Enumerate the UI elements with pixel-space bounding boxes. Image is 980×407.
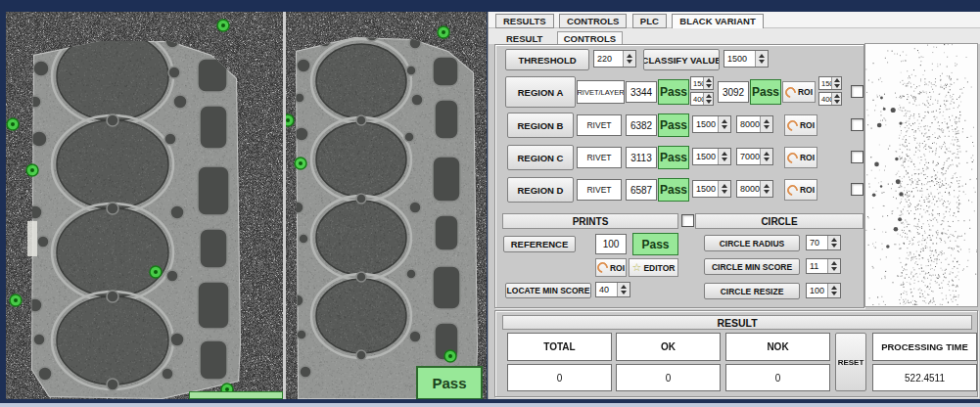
- circle-radius-value: 70: [807, 236, 827, 249]
- region-a-max-spinner[interactable]: 4000: [690, 92, 714, 106]
- spinner-arrows[interactable]: [623, 51, 635, 67]
- spinner-arrows[interactable]: [760, 181, 772, 197]
- threshold-label-button[interactable]: THRESHOLD: [505, 49, 589, 70]
- region-a-min-spinner[interactable]: 1500: [690, 76, 714, 90]
- region-c-checkbox[interactable]: [851, 151, 863, 163]
- region-a-roi-button[interactable]: ROI: [782, 81, 816, 103]
- classify-value-label-button[interactable]: CLASSIFY VALUE: [643, 49, 720, 70]
- region-a-max2-spinner[interactable]: 4000: [818, 92, 842, 106]
- camera-image-middle: Pass: [286, 12, 487, 399]
- locate-min-score-label-button[interactable]: LOCATE MIN SCORE: [505, 283, 591, 298]
- region-d-button[interactable]: REGION D: [507, 177, 574, 203]
- spinner-down-icon[interactable]: [722, 125, 727, 129]
- circle-radius-spinner[interactable]: 70: [806, 235, 841, 250]
- prints-roi-button[interactable]: ROI: [595, 258, 627, 277]
- region-b-roi-button[interactable]: ROI: [784, 114, 817, 136]
- region-b-button[interactable]: REGION B: [507, 113, 574, 138]
- region-d-checkbox[interactable]: [851, 183, 863, 196]
- spinner-arrows[interactable]: [718, 181, 730, 197]
- spinner-up-icon[interactable]: [759, 54, 765, 58]
- spinner-up-icon[interactable]: [831, 286, 837, 290]
- spinner-down-icon[interactable]: [834, 100, 840, 104]
- region-b-max-spinner[interactable]: 8000: [736, 115, 773, 133]
- spinner-down-icon[interactable]: [831, 244, 837, 248]
- region-d-min-spinner[interactable]: 1500: [692, 180, 731, 198]
- spinner-up-icon[interactable]: [722, 152, 727, 156]
- spinner-arrows[interactable]: [827, 259, 840, 273]
- spinner-up-icon[interactable]: [764, 184, 770, 188]
- region-b-checkbox[interactable]: [851, 118, 863, 131]
- result-col-processing-time: PROCESSING TIME: [872, 333, 977, 361]
- editor-button[interactable]: ☆EDITOR: [629, 258, 678, 277]
- spinner-down-icon[interactable]: [764, 158, 770, 161]
- spinner-up-icon[interactable]: [706, 94, 712, 98]
- tab-plc[interactable]: PLC: [632, 14, 667, 28]
- spinner-arrows[interactable]: [760, 149, 772, 164]
- spinner-up-icon[interactable]: [627, 54, 632, 58]
- spinner-arrows[interactable]: [831, 77, 841, 89]
- region-a-status2: Pass: [750, 79, 781, 105]
- spinner-up-icon[interactable]: [831, 261, 837, 265]
- spinner-arrows[interactable]: [703, 77, 713, 89]
- spinner-down-icon[interactable]: [831, 292, 837, 295]
- region-a-min2-spinner[interactable]: 1500: [818, 76, 842, 90]
- tab-results[interactable]: RESULTS: [495, 14, 554, 28]
- region-a-max: 4000: [691, 93, 703, 105]
- spinner-down-icon[interactable]: [627, 60, 632, 64]
- spinner-arrows[interactable]: [703, 93, 713, 105]
- spinner-arrows[interactable]: [760, 116, 772, 132]
- region-a-checkbox[interactable]: [851, 85, 863, 98]
- tab-controls[interactable]: CONTROLS: [559, 14, 627, 28]
- prints-checkbox[interactable]: [681, 214, 694, 227]
- spinner-arrows[interactable]: [755, 51, 768, 67]
- spinner-up-icon[interactable]: [722, 119, 727, 123]
- spinner-up-icon[interactable]: [764, 152, 770, 156]
- spinner-up-icon[interactable]: [764, 119, 770, 123]
- spinner-down-icon[interactable]: [706, 100, 712, 104]
- region-c-min-spinner[interactable]: 1500: [692, 148, 731, 165]
- spinner-up-icon[interactable]: [834, 94, 840, 98]
- spinner-arrows[interactable]: [827, 284, 840, 297]
- region-d-max-spinner[interactable]: 8000: [736, 180, 773, 198]
- region-b-min-spinner[interactable]: 1500: [692, 115, 731, 133]
- spinner-down-icon[interactable]: [764, 190, 770, 194]
- spinner-up-icon[interactable]: [831, 238, 837, 242]
- spinner-up-icon[interactable]: [706, 78, 712, 82]
- spinner-arrows[interactable]: [718, 149, 730, 164]
- region-c-roi-button[interactable]: ROI: [784, 147, 817, 168]
- spinner-down-icon[interactable]: [722, 158, 727, 161]
- threshold-spinner[interactable]: 220: [593, 50, 636, 68]
- circle-radius-label-button[interactable]: CIRCLE RADIUS: [704, 235, 800, 251]
- region-a-button[interactable]: REGION A: [505, 76, 576, 108]
- spinner-arrows[interactable]: [617, 283, 630, 296]
- circle-resize-label-button[interactable]: CIRCLE RESIZE: [704, 283, 800, 299]
- region-c-button[interactable]: REGION C: [507, 145, 574, 170]
- tab-black-variant[interactable]: BLACK VARIANT: [672, 14, 763, 29]
- spinner-down-icon[interactable]: [722, 190, 727, 194]
- reset-button[interactable]: RESET: [835, 333, 866, 391]
- region-a-mode: RIVET/LAYER: [577, 80, 625, 104]
- spinner-up-icon[interactable]: [722, 184, 727, 188]
- spinner-up-icon[interactable]: [834, 78, 840, 82]
- classify-value-spinner[interactable]: 1500: [723, 50, 769, 68]
- lasso-icon: [785, 150, 800, 164]
- spinner-down-icon[interactable]: [759, 60, 765, 64]
- spinner-down-icon[interactable]: [834, 84, 840, 88]
- spinner-down-icon[interactable]: [706, 84, 712, 88]
- spinner-down-icon[interactable]: [831, 267, 837, 271]
- spinner-arrows[interactable]: [827, 236, 840, 249]
- reference-label-button[interactable]: REFERENCE: [503, 236, 576, 252]
- window-frame-top: [0, 0, 980, 12]
- spinner-up-icon[interactable]: [621, 285, 627, 289]
- spinner-down-icon[interactable]: [764, 125, 770, 129]
- region-c-value: 3113: [626, 147, 657, 168]
- spinner-arrows[interactable]: [718, 116, 730, 132]
- circle-min-score-spinner[interactable]: 11: [806, 258, 841, 274]
- spinner-down-icon[interactable]: [621, 291, 627, 294]
- locate-min-score-spinner[interactable]: 40: [595, 282, 630, 297]
- circle-resize-spinner[interactable]: 100: [806, 283, 841, 298]
- region-c-max-spinner[interactable]: 7000: [736, 148, 773, 165]
- circle-min-score-label-button[interactable]: CIRCLE MIN SCORE: [704, 258, 800, 275]
- region-d-roi-button[interactable]: ROI: [784, 179, 817, 201]
- spinner-arrows[interactable]: [831, 93, 841, 105]
